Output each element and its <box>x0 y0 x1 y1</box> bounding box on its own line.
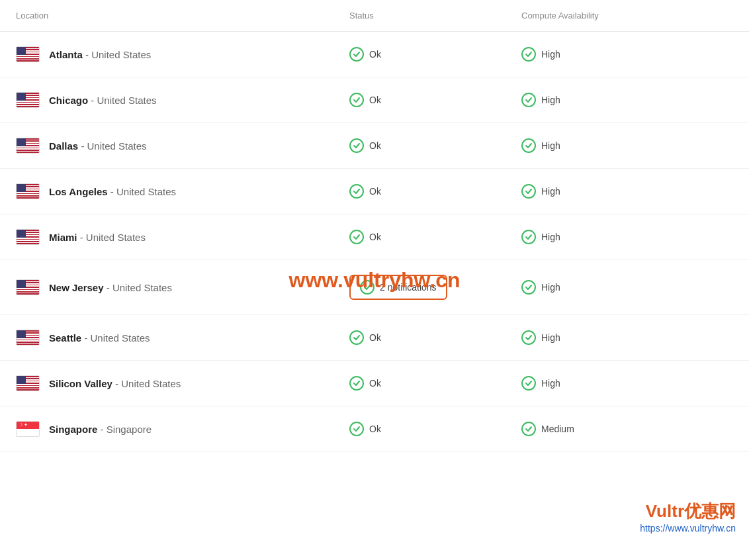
availability-cell-seattle: High <box>521 330 733 345</box>
table-body: Atlanta - United StatesOkHighChicago - U… <box>0 32 749 452</box>
availability-cell-silicon-valley: High <box>521 376 733 391</box>
location-name-atlanta: Atlanta - United States <box>49 49 151 60</box>
location-name-miami: Miami - United States <box>49 232 146 243</box>
status-label-atlanta: Ok <box>369 49 381 60</box>
location-name-new-jersey: New Jersey - United States <box>49 282 172 293</box>
flag-us <box>16 92 40 108</box>
table-row[interactable]: Singapore - SingaporeOkMedium <box>0 406 749 452</box>
table-header: Location Status Compute Availability <box>0 0 749 32</box>
location-cell-atlanta: Atlanta - United States <box>16 46 349 62</box>
availability-icon <box>521 376 536 391</box>
col-status-header: Status <box>349 11 521 21</box>
availability-label-seattle: High <box>541 332 560 343</box>
flag-sg <box>16 421 40 437</box>
check-icon <box>349 330 364 345</box>
availability-icon <box>521 422 536 436</box>
notification-badge[interactable]: 2 notifications <box>349 275 447 300</box>
availability-cell-chicago: High <box>521 93 733 107</box>
check-icon <box>349 138 364 153</box>
availability-cell-singapore: Medium <box>521 422 733 436</box>
notification-label: 2 notifications <box>380 282 437 293</box>
status-cell-silicon-valley: Ok <box>349 376 521 391</box>
availability-label-chicago: High <box>541 95 560 105</box>
table-row[interactable]: Atlanta - United StatesOkHigh <box>0 32 749 77</box>
flag-us <box>16 375 40 391</box>
status-label-seattle: Ok <box>369 332 381 343</box>
table-row[interactable]: Seattle - United StatesOkHigh <box>0 315 749 361</box>
availability-icon <box>521 330 536 345</box>
col-availability-header: Compute Availability <box>521 11 733 21</box>
flag-us <box>16 138 40 154</box>
availability-cell-los-angeles: High <box>521 184 733 199</box>
location-cell-singapore: Singapore - Singapore <box>16 421 349 437</box>
status-label-miami: Ok <box>369 232 381 242</box>
status-table: Location Status Compute Availability Atl… <box>0 0 749 560</box>
location-name-silicon-valley: Silicon Valley - United States <box>49 378 181 389</box>
availability-label-silicon-valley: High <box>541 378 560 389</box>
status-label-silicon-valley: Ok <box>369 378 381 389</box>
location-cell-dallas: Dallas - United States <box>16 138 349 154</box>
table-row[interactable]: Dallas - United StatesOkHigh <box>0 123 749 169</box>
availability-icon <box>521 280 536 295</box>
check-icon <box>360 280 374 295</box>
check-icon <box>349 47 364 62</box>
table-row[interactable]: Chicago - United StatesOkHigh <box>0 77 749 123</box>
status-cell-singapore: Ok <box>349 422 521 436</box>
table-row[interactable]: Los Angeles - United StatesOkHigh <box>0 169 749 214</box>
location-name-seattle: Seattle - United States <box>49 332 150 344</box>
location-name-singapore: Singapore - Singapore <box>49 424 152 435</box>
availability-label-miami: High <box>541 232 560 242</box>
availability-icon <box>521 184 536 199</box>
availability-label-atlanta: High <box>541 49 560 60</box>
table-row[interactable]: Miami - United StatesOkHigh <box>0 214 749 260</box>
location-cell-new-jersey: New Jersey - United States <box>16 279 349 295</box>
location-name-dallas: Dallas - United States <box>49 140 147 152</box>
status-label-dallas: Ok <box>369 140 381 151</box>
location-cell-silicon-valley: Silicon Valley - United States <box>16 375 349 391</box>
check-icon <box>349 184 364 199</box>
check-icon <box>349 230 364 244</box>
availability-label-los-angeles: High <box>541 186 560 197</box>
availability-cell-dallas: High <box>521 138 733 153</box>
check-icon <box>349 93 364 107</box>
check-icon <box>349 376 364 391</box>
availability-label-dallas: High <box>541 140 560 151</box>
flag-us <box>16 46 40 62</box>
flag-us <box>16 183 40 199</box>
status-cell-los-angeles: Ok <box>349 184 521 199</box>
flag-us <box>16 229 40 245</box>
availability-icon <box>521 230 536 244</box>
status-label-los-angeles: Ok <box>369 186 381 197</box>
location-cell-miami: Miami - United States <box>16 229 349 245</box>
location-name-chicago: Chicago - United States <box>49 95 157 106</box>
availability-icon <box>521 93 536 107</box>
status-label-chicago: Ok <box>369 95 381 105</box>
status-cell-atlanta: Ok <box>349 47 521 62</box>
flag-us <box>16 330 40 346</box>
availability-icon <box>521 47 536 62</box>
location-cell-los-angeles: Los Angeles - United States <box>16 183 349 199</box>
flag-us <box>16 279 40 295</box>
status-cell-miami: Ok <box>349 230 521 244</box>
check-icon <box>349 422 364 436</box>
table-row[interactable]: New Jersey - United States2 notification… <box>0 260 749 315</box>
status-cell-dallas: Ok <box>349 138 521 153</box>
status-cell-seattle: Ok <box>349 330 521 345</box>
status-label-singapore: Ok <box>369 424 381 434</box>
col-location-header: Location <box>16 11 349 21</box>
availability-cell-atlanta: High <box>521 47 733 62</box>
status-cell-chicago: Ok <box>349 93 521 107</box>
table-row[interactable]: Silicon Valley - United StatesOkHigh <box>0 361 749 406</box>
location-name-los-angeles: Los Angeles - United States <box>49 186 176 197</box>
availability-cell-new-jersey: High <box>521 280 733 295</box>
location-cell-chicago: Chicago - United States <box>16 92 349 108</box>
availability-label-new-jersey: High <box>541 282 560 293</box>
availability-label-singapore: Medium <box>541 424 574 434</box>
location-cell-seattle: Seattle - United States <box>16 330 349 346</box>
availability-icon <box>521 138 536 153</box>
status-cell-new-jersey[interactable]: 2 notifications <box>349 275 521 300</box>
availability-cell-miami: High <box>521 230 733 244</box>
